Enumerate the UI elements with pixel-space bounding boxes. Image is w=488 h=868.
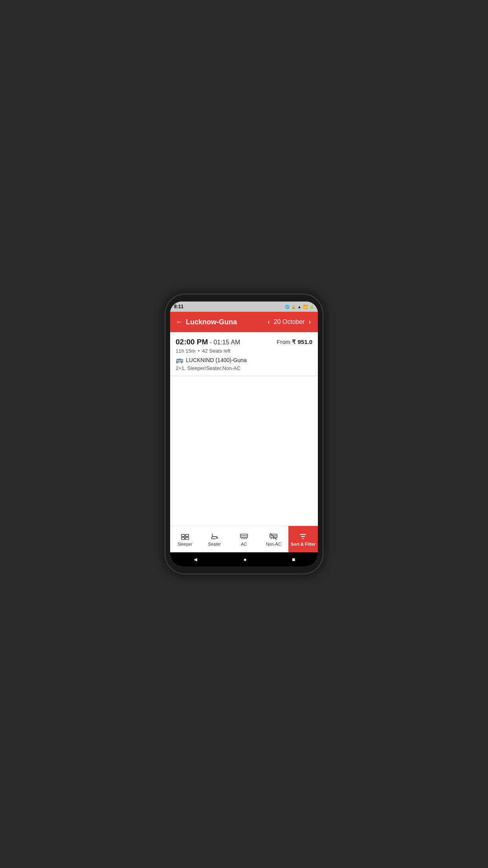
status-time: 8:11: [174, 304, 183, 309]
bus-type: 2+1, Sleeper/Seater,Non-AC: [176, 365, 240, 371]
header-right: ‹ 20 October ›: [266, 318, 312, 326]
world-icon: 🌐: [285, 305, 290, 309]
tab-non-ac[interactable]: Non-AC: [259, 526, 288, 552]
app-header: ← Lucknow-Guna ‹ 20 October ›: [170, 312, 318, 332]
time-separator: -: [210, 339, 214, 346]
tab-ac[interactable]: AC: [229, 526, 259, 552]
card-duration-seats-row: 11h 15m • 42 Seats left: [176, 348, 312, 354]
tab-sort-filter-label: Sort & Filter: [291, 542, 316, 546]
departure-time: 02:00 PM: [176, 338, 208, 346]
svg-rect-0: [181, 534, 184, 537]
wifi-icon: ▲: [297, 305, 301, 309]
tab-non-ac-label: Non-AC: [266, 542, 281, 546]
page-title: Lucknow-Guna: [186, 318, 237, 326]
separator-dot: •: [198, 348, 200, 354]
android-home-button[interactable]: ●: [243, 556, 246, 563]
signal-icon: 📶: [303, 305, 308, 309]
selected-date: 20 October: [274, 318, 305, 326]
prev-date-button[interactable]: ‹: [266, 318, 271, 326]
tab-sleeper-label: Sleeper: [178, 542, 193, 546]
status-bar: 8:11 🌐 🔒 ▲ 📶 🔋: [170, 302, 318, 312]
content-area: 02:00 PM - 01:15 AM From ₹ 951.0 11h 15m…: [170, 332, 318, 526]
status-icons: 🌐 🔒 ▲ 📶 🔋: [285, 305, 314, 309]
android-recent-button[interactable]: ■: [292, 556, 295, 563]
svg-rect-2: [181, 537, 184, 539]
card-time-price-row: 02:00 PM - 01:15 AM From ₹ 951.0: [176, 338, 312, 346]
tab-ac-label: AC: [241, 542, 247, 546]
seats-available: 42 Seats left: [202, 348, 230, 354]
header-left: ← Lucknow-Guna: [176, 318, 237, 326]
lock-icon: 🔒: [291, 305, 296, 309]
tab-seater-label: Seater: [208, 542, 221, 546]
arrival-time: 01:15 AM: [214, 339, 240, 346]
phone-frame: 8:11 🌐 🔒 ▲ 📶 🔋 ← Lucknow-Guna ‹ 20 Octob…: [165, 294, 323, 574]
bus-type-row: 2+1, Sleeper/Seater,Non-AC: [176, 365, 312, 371]
trip-duration: 11h 15m: [176, 348, 196, 354]
bus-result-card[interactable]: 02:00 PM - 01:15 AM From ₹ 951.0 11h 15m…: [170, 332, 318, 376]
price-amount: 951.0: [297, 338, 312, 345]
next-date-button[interactable]: ›: [307, 318, 312, 326]
android-nav-bar: ◄ ● ■: [170, 552, 318, 566]
back-button[interactable]: ←: [176, 318, 183, 326]
battery-icon: 🔋: [309, 305, 314, 309]
android-back-button[interactable]: ◄: [193, 556, 198, 563]
svg-rect-3: [185, 537, 189, 539]
price-prefix: From: [277, 338, 292, 345]
bottom-tab-bar: Sleeper Seater: [170, 526, 318, 552]
tab-sleeper[interactable]: Sleeper: [170, 526, 200, 552]
price-info: From ₹ 951.0: [277, 338, 312, 346]
time-info: 02:00 PM - 01:15 AM: [176, 338, 240, 346]
tab-sort-filter[interactable]: Sort & Filter: [288, 526, 318, 552]
bus-icon: 🚌: [176, 356, 183, 364]
svg-rect-1: [185, 534, 189, 537]
currency-symbol: ₹: [292, 338, 296, 345]
phone-screen: 8:11 🌐 🔒 ▲ 📶 🔋 ← Lucknow-Guna ‹ 20 Octob…: [170, 302, 318, 566]
bus-name: LUCKNIND (1400)-Guna: [186, 357, 247, 363]
tab-seater[interactable]: Seater: [200, 526, 229, 552]
card-bus-name-row: 🚌 LUCKNIND (1400)-Guna: [176, 356, 312, 364]
